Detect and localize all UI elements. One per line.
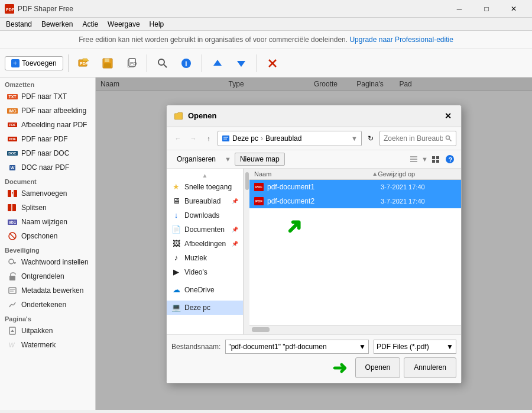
svg-rect-49	[436, 160, 439, 163]
rename-icon: ab1	[7, 218, 18, 226]
upgrade-link[interactable]: Upgrade naar Professional-editie	[349, 36, 453, 44]
toolbar-separator-1	[68, 54, 69, 72]
filetype-select[interactable]: PDF Files (*.pdf) ▼	[374, 340, 456, 354]
scroll-up-indicator: ▲	[167, 171, 243, 180]
menu-bewerken[interactable]: Bewerken	[38, 19, 76, 30]
nav-item-muziek[interactable]: ♪ Muziek	[167, 251, 243, 265]
sidebar-item-ontgrendelen[interactable]: Ontgrendelen	[0, 269, 95, 283]
help-button[interactable]: ?	[443, 153, 456, 166]
muziek-icon: ♪	[171, 253, 181, 263]
menu-weergave[interactable]: Weergave	[104, 19, 143, 30]
refresh-button[interactable]: ↻	[364, 132, 377, 145]
file-icon-1: PDF	[254, 182, 264, 192]
close-button[interactable]: ✕	[500, 0, 527, 18]
toolbar-search-button[interactable]	[152, 53, 173, 74]
sidebar-item-ondertekenen[interactable]: Ondertekenen	[0, 298, 95, 312]
nav-item-bureaublad[interactable]: 🖥 Bureaublad 📌	[167, 194, 243, 208]
sidebar-section-paginas: Pagina's	[0, 312, 95, 324]
toolbar-save-button[interactable]	[97, 53, 118, 74]
sidebar-label-pdf-naar-pdf: PDF naar PDF	[21, 135, 68, 143]
search-box[interactable]	[379, 131, 456, 146]
nav-item-videos[interactable]: ▶ Video's	[167, 265, 243, 279]
svg-text:PDF: PDF	[6, 8, 14, 12]
nav-label-deze-pc: Deze pc	[184, 304, 210, 312]
nav-item-snelle-toegang[interactable]: ★ Snelle toegang	[167, 180, 243, 194]
videos-icon: ▶	[171, 267, 181, 277]
sidebar-item-uitpakken[interactable]: Uitpakken	[0, 324, 95, 338]
view-large-icons-button[interactable]	[429, 153, 442, 166]
toolbar-up-button[interactable]	[207, 53, 228, 74]
nav-scrollbar-thumb[interactable]	[245, 172, 249, 190]
search-icon	[445, 135, 452, 142]
cancel-button[interactable]: Annuleren	[404, 357, 456, 378]
breadcrumb[interactable]: Deze pc › Bureaublad ▼	[218, 131, 362, 146]
sidebar-item-pdf-naar-doc[interactable]: DOC PDF naar DOC	[0, 146, 95, 160]
toolbar-open-button[interactable]: PDF	[73, 53, 95, 74]
file-item-1[interactable]: PDF pdf-document1 3-7-2021 17:40	[249, 180, 461, 194]
open-button[interactable]: Openen	[355, 357, 401, 378]
documenten-pin: 📌	[232, 227, 238, 233]
breadcrumb-dropdown[interactable]: ▼	[351, 135, 358, 142]
new-folder-button[interactable]: Nieuwe map	[235, 153, 285, 166]
extract-icon	[7, 327, 18, 335]
nav-item-deze-pc[interactable]: 💻 Deze pc	[167, 301, 243, 315]
svg-text:+: +	[13, 59, 17, 67]
sidebar-item-pdf-naar-pdf[interactable]: PDF PDF naar PDF	[0, 132, 95, 146]
app-icon: PDF	[5, 4, 14, 14]
afbeeldingen-icon: 🖼	[171, 239, 181, 249]
main: Omzetten TXT PDF naar TXT IMG PDF naar a…	[0, 78, 532, 410]
svg-text:?: ?	[449, 156, 453, 163]
file-header-naam[interactable]: Naam	[254, 170, 372, 178]
up-button[interactable]: ↑	[202, 132, 215, 145]
sidebar-item-metadata[interactable]: Metadata bewerken	[0, 283, 95, 298]
filename-input[interactable]: "pdf-document1" "pdf-documen ▼	[225, 340, 369, 354]
nav-item-downloads[interactable]: ↓ Downloads	[167, 208, 243, 222]
nav-item-onedrive[interactable]: ☁ OneDrive	[167, 283, 243, 297]
sidebar-item-afbeelding-naar-pdf[interactable]: PDF Afbeelding naar PDF	[0, 118, 95, 132]
sidebar-item-doc-naar-pdf[interactable]: W DOC naar PDF	[0, 160, 95, 175]
organize-dropdown-icon: ▼	[225, 156, 231, 163]
nav-label-videos: Video's	[184, 268, 207, 276]
sidebar-item-samenvoegen[interactable]: Samenvoegen	[0, 186, 95, 201]
arrow-up-annotation: ➜	[279, 211, 309, 241]
filename-value: "pdf-document1" "pdf-documen	[228, 343, 326, 351]
sidebar-item-naam-wijzigen[interactable]: ab1 Naam wijzigen	[0, 215, 95, 229]
h-scrollbar-thumb[interactable]	[252, 327, 270, 332]
titlebar: PDF PDF Shaper Free ─ □ ✕	[0, 0, 532, 18]
filename-row: Bestandsnaam: "pdf-document1" "pdf-docum…	[171, 340, 456, 354]
dialog-actions: ➜ Openen Annuleren	[171, 357, 456, 378]
minimize-button[interactable]: ─	[446, 0, 473, 18]
sidebar-item-opschonen[interactable]: Opschonen	[0, 229, 95, 243]
file-icon-2: PDF	[254, 196, 264, 206]
nav-panel-scrollbar[interactable]	[244, 169, 249, 334]
toolbar-info-button[interactable]: i	[176, 53, 197, 74]
search-input[interactable]	[384, 134, 443, 143]
nav-item-documenten[interactable]: 📄 Documenten 📌	[167, 222, 243, 237]
sidebar-item-pdf-naar-txt[interactable]: TXT PDF naar TXT	[0, 89, 95, 104]
nav-item-afbeeldingen[interactable]: 🖼 Afbeeldingen 📌	[167, 237, 243, 251]
forward-button[interactable]: →	[187, 132, 200, 145]
sidebar-item-splitsen[interactable]: Splitsen	[0, 201, 95, 215]
sidebar-item-watermerk[interactable]: W Watermerk	[0, 338, 95, 352]
menu-actie[interactable]: Actie	[79, 19, 102, 30]
file-header-gewijzigd[interactable]: Gewijzigd op	[378, 170, 456, 178]
file-item-2[interactable]: PDF pdf-document2 3-7-2021 17:40	[249, 194, 461, 208]
menu-bestand[interactable]: Bestand	[2, 19, 35, 30]
menu-help[interactable]: Help	[146, 19, 168, 30]
sidebar-item-pdf-naar-afbeelding[interactable]: IMG PDF naar afbeelding	[0, 104, 95, 118]
add-button[interactable]: + Toevoegen	[5, 56, 63, 70]
sidebar-item-wachtwoord[interactable]: Wachtwoord instellen	[0, 255, 95, 269]
toolbar-down-button[interactable]	[231, 53, 252, 74]
organize-button[interactable]: Organiseren	[171, 153, 221, 166]
dialog-close-button[interactable]: ✕	[442, 110, 454, 122]
maximize-button[interactable]: □	[473, 0, 500, 18]
toolbar-delete-button[interactable]	[262, 53, 283, 74]
svg-rect-21	[8, 190, 11, 197]
toolbar-copy-button[interactable]: PDF	[121, 53, 142, 74]
svg-line-27	[10, 234, 15, 238]
breadcrumb-part2: Bureaublad	[265, 134, 301, 143]
horizontal-scrollbar[interactable]	[249, 325, 461, 334]
back-button[interactable]: ←	[171, 132, 184, 145]
nav-panel-container: ▲ ★ Snelle toegang 🖥 Bureaublad 📌	[167, 169, 249, 334]
view-list-button[interactable]	[407, 153, 420, 166]
